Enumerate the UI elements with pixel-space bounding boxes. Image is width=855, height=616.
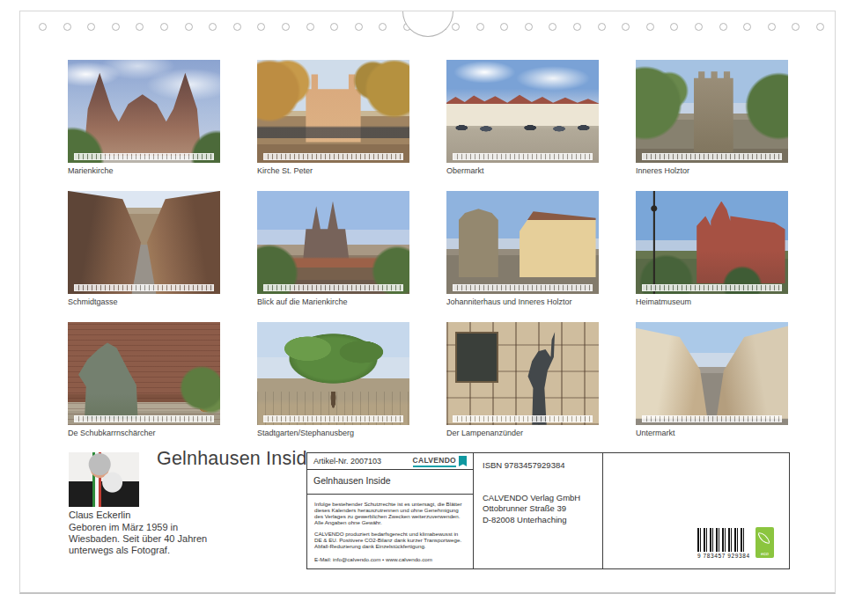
- date-strip: [74, 415, 214, 422]
- thumbnail-caption: Obermarkt: [446, 167, 599, 176]
- photo-de-schubkarrnschaercher: [68, 322, 220, 425]
- thumbnail-caption: Johanniterhaus und Inneres Holztor: [446, 298, 599, 307]
- author-photo: [69, 452, 139, 507]
- binding-hole: [816, 23, 824, 31]
- thumbnail-caption: Kirche St. Peter: [257, 167, 409, 176]
- binding-hole: [646, 23, 654, 31]
- binding-hole: [525, 23, 533, 31]
- thumbnail-caption: Inneres Holztor: [636, 167, 788, 176]
- binding-hole: [695, 23, 703, 31]
- binding-hole: [452, 23, 460, 31]
- binding-hole: [768, 23, 776, 31]
- date-strip: [453, 284, 593, 291]
- thumbnail-cell: Der Lampenanzünder: [446, 322, 599, 438]
- date-strip: [263, 415, 403, 422]
- date-strip: [453, 153, 593, 160]
- binding-hole: [379, 23, 387, 31]
- photo-der-lampenanzuender: [446, 322, 599, 425]
- binding-hole: [622, 23, 630, 31]
- binding-hole: [160, 23, 168, 31]
- publisher-address: CALVENDO Verlag GmbH Ottobrunner Straße …: [483, 493, 593, 525]
- date-strip: [642, 153, 782, 160]
- binding-hole: [330, 23, 338, 31]
- thumbnail-caption: Schmidtgasse: [68, 298, 220, 307]
- photo-schmidtgasse: [68, 191, 220, 294]
- author-bio: Geboren im März 1959 in Wiesbaden. Seit …: [69, 522, 210, 556]
- barcode-column: 9 783457 929384 eco: [603, 453, 789, 568]
- date-strip: [453, 415, 593, 422]
- photo-obermarkt: [446, 60, 599, 163]
- thumbnail-cell: Stadtgarten/Stephanusberg: [257, 322, 409, 438]
- isbn: ISBN 9783457929384: [483, 460, 593, 470]
- email-line: E-Mail: info@calvendo.com • www.calvendo…: [314, 556, 466, 562]
- binding-hole: [185, 23, 193, 31]
- date-strip: [74, 153, 214, 160]
- thumbnail-cell: Inneres Holztor: [636, 60, 788, 176]
- thumbnail-caption: Marienkirche: [68, 167, 220, 176]
- photo-blick-auf-die-marienkirche: [257, 191, 409, 294]
- binding-hole: [282, 23, 290, 31]
- publisher-city: D-82008 Unterhaching: [483, 515, 593, 525]
- info-table-left-column: Artikel-Nr. 2007103 CALVENDO Gelnhausen …: [307, 453, 474, 568]
- photo-johanniterhaus: [446, 191, 599, 294]
- calvendo-flag-icon: [459, 456, 467, 466]
- date-strip: [263, 284, 403, 291]
- photo-kirche-st-peter: [257, 60, 409, 163]
- thumbnail-cell: Kirche St. Peter: [257, 60, 409, 176]
- thumbnail-caption: De Schubkarrnschärcher: [68, 429, 220, 438]
- calendar-title-small: Gelnhausen Inside: [307, 470, 473, 494]
- binding-hole: [719, 23, 727, 31]
- calvendo-wordmark: CALVENDO: [413, 455, 456, 468]
- date-strip: [642, 284, 782, 291]
- binding-hole: [355, 23, 363, 31]
- thumbnail-grid: Marienkirche Kirche St. Peter Obermarkt …: [68, 60, 788, 438]
- binding-hole: [136, 23, 144, 31]
- thumbnail-cell: Blick auf die Marienkirche: [257, 191, 409, 307]
- thumbnail-cell: Marienkirche: [68, 60, 220, 176]
- binding-hole: [743, 23, 751, 31]
- legal-box: Infolge bestehender Schutzrechte ist es …: [307, 495, 473, 569]
- info-table: Artikel-Nr. 2007103 CALVENDO Gelnhausen …: [306, 452, 790, 569]
- binding-hole: [257, 23, 265, 31]
- publisher-street: Ottobrunner Straße 39: [483, 503, 593, 514]
- date-strip: [263, 153, 403, 160]
- calvendo-logo: CALVENDO: [413, 455, 467, 468]
- photo-untermarkt: [636, 322, 788, 425]
- binding-hole: [112, 23, 120, 31]
- calendar-back-page: Marienkirche Kirche St. Peter Obermarkt …: [0, 0, 855, 616]
- thumbnail-caption: Heimatmuseum: [636, 298, 788, 307]
- binding-hole: [573, 23, 581, 31]
- thumbnail-cell: Heimatmuseum: [636, 191, 788, 307]
- date-strip: [74, 284, 214, 291]
- page-title: Gelnhausen Inside: [157, 448, 318, 470]
- thumbnail-caption: Stadtgarten/Stephanusberg: [257, 429, 409, 438]
- legal-eco-text: CALVENDO produziert bedarfsgerecht und k…: [314, 531, 466, 550]
- thumbnail-cell: Johanniterhaus und Inneres Holztor: [446, 191, 599, 307]
- binding-hole: [39, 23, 47, 31]
- calvendo-tagline-bar: [413, 466, 456, 467]
- binding-hole: [549, 23, 556, 31]
- thumbnail-caption: Blick auf die Marienkirche: [257, 298, 409, 307]
- photo-heimatmuseum: [636, 191, 788, 294]
- article-number: Artikel-Nr. 2007103: [313, 457, 381, 466]
- legal-copyright-text: Infolge bestehender Schutzrechte ist es …: [314, 501, 466, 526]
- binding-hole: [476, 23, 484, 31]
- publisher-name: CALVENDO Verlag GmbH: [483, 493, 593, 503]
- author-name: Claus Eckerlin: [69, 510, 130, 520]
- leaf-icon: [757, 531, 770, 546]
- thumbnail-cell: Untermarkt: [636, 322, 788, 438]
- binding-hole: [87, 23, 95, 31]
- binding-hole: [63, 23, 71, 31]
- thumbnail-cell: De Schubkarrnschärcher: [68, 322, 220, 438]
- binding-hole: [209, 23, 217, 31]
- eco-label: eco: [755, 552, 774, 557]
- photo-inneres-holztor: [636, 60, 788, 163]
- date-strip: [642, 415, 782, 422]
- article-row: Artikel-Nr. 2007103 CALVENDO: [307, 453, 473, 470]
- eco-badge: eco: [755, 527, 774, 558]
- thumbnail-caption: Untermarkt: [636, 429, 788, 438]
- barcode-bars: [697, 528, 747, 552]
- binding-hole: [598, 23, 606, 31]
- barcode-number: 9 783457 929384: [697, 553, 747, 559]
- barcode: 9 783457 929384: [697, 528, 747, 559]
